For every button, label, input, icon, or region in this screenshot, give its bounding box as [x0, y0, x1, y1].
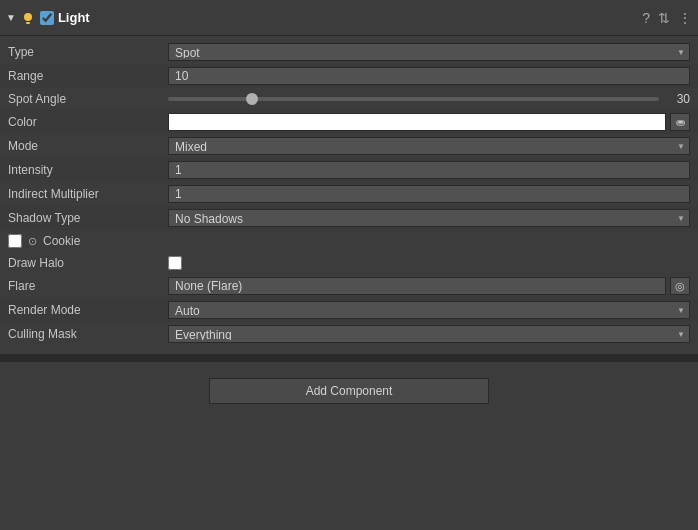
mode-value: Realtime Mixed Baked [168, 137, 690, 155]
culling-mask-dropdown-wrapper: Everything Nothing [168, 325, 690, 343]
color-swatch[interactable] [168, 113, 666, 131]
draw-halo-label: Draw Halo [8, 256, 168, 270]
separator [0, 354, 698, 362]
mode-label: Mode [8, 139, 168, 153]
culling-mask-value: Everything Nothing [168, 325, 690, 343]
indirect-multiplier-row: Indirect Multiplier [0, 182, 698, 206]
spot-angle-row: Spot Angle 30 [0, 88, 698, 110]
render-mode-dropdown[interactable]: Auto Important Not Important [168, 301, 690, 319]
flare-input[interactable] [168, 277, 666, 295]
mode-dropdown[interactable]: Realtime Mixed Baked [168, 137, 690, 155]
svg-rect-1 [26, 22, 30, 24]
flare-row: Flare ◎ [0, 274, 698, 298]
collapse-arrow[interactable]: ▼ [6, 12, 16, 23]
spot-angle-slider[interactable] [168, 97, 659, 101]
color-field: ⛂ [168, 113, 690, 131]
spot-angle-label: Spot Angle [8, 92, 168, 106]
range-label: Range [8, 69, 168, 83]
draw-halo-checkbox[interactable] [168, 256, 182, 270]
culling-mask-dropdown[interactable]: Everything Nothing [168, 325, 690, 343]
bulb-icon [20, 10, 36, 26]
cookie-circle-icon: ⊙ [28, 235, 37, 248]
render-mode-value: Auto Important Not Important [168, 301, 690, 319]
shadow-type-value: No Shadows Hard Shadows Soft Shadows [168, 209, 690, 227]
intensity-value [168, 161, 690, 179]
help-icon[interactable]: ? [642, 10, 650, 26]
preset-icon[interactable]: ⇅ [658, 10, 670, 26]
intensity-label: Intensity [8, 163, 168, 177]
indirect-multiplier-label: Indirect Multiplier [8, 187, 168, 201]
shadow-type-dropdown-wrapper: No Shadows Hard Shadows Soft Shadows [168, 209, 690, 227]
cookie-checkbox[interactable] [8, 234, 22, 248]
type-dropdown-wrapper: Spot Directional Point Area [168, 43, 690, 61]
component-header: ▼ Light ? ⇅ ⋮ [0, 0, 698, 36]
menu-icon[interactable]: ⋮ [678, 10, 692, 26]
shadow-type-dropdown[interactable]: No Shadows Hard Shadows Soft Shadows [168, 209, 690, 227]
range-input[interactable] [168, 67, 690, 85]
spot-angle-display: 30 [665, 92, 690, 106]
type-dropdown[interactable]: Spot Directional Point Area [168, 43, 690, 61]
color-row: Color ⛂ [0, 110, 698, 134]
mode-row: Mode Realtime Mixed Baked [0, 134, 698, 158]
culling-mask-label: Culling Mask [8, 327, 168, 341]
indirect-multiplier-value [168, 185, 690, 203]
intensity-input[interactable] [168, 161, 690, 179]
mode-dropdown-wrapper: Realtime Mixed Baked [168, 137, 690, 155]
color-label: Color [8, 115, 168, 129]
properties-panel: Type Spot Directional Point Area Range S… [0, 36, 698, 350]
culling-mask-row: Culling Mask Everything Nothing [0, 322, 698, 346]
render-mode-label: Render Mode [8, 303, 168, 317]
svg-point-0 [24, 13, 32, 21]
type-value: Spot Directional Point Area [168, 43, 690, 61]
header-actions: ? ⇅ ⋮ [642, 10, 692, 26]
cookie-label: Cookie [43, 234, 80, 248]
color-value: ⛂ [168, 113, 690, 131]
eyedropper-button[interactable]: ⛂ [670, 113, 690, 131]
range-row: Range [0, 64, 698, 88]
flare-target-button[interactable]: ◎ [670, 277, 690, 295]
indirect-multiplier-input[interactable] [168, 185, 690, 203]
flare-value: ◎ [168, 277, 690, 295]
intensity-row: Intensity [0, 158, 698, 182]
shadow-type-label: Shadow Type [8, 211, 168, 225]
component-title: Light [58, 10, 638, 25]
render-mode-dropdown-wrapper: Auto Important Not Important [168, 301, 690, 319]
add-component-area: Add Component [0, 366, 698, 416]
spot-angle-slider-container: 30 [168, 92, 690, 106]
draw-halo-row: Draw Halo [0, 252, 698, 274]
type-label: Type [8, 45, 168, 59]
spot-angle-value: 30 [168, 92, 690, 106]
add-component-button[interactable]: Add Component [209, 378, 489, 404]
render-mode-row: Render Mode Auto Important Not Important [0, 298, 698, 322]
shadow-type-row: Shadow Type No Shadows Hard Shadows Soft… [0, 206, 698, 230]
flare-label: Flare [8, 279, 168, 293]
cookie-row: ⊙ Cookie [0, 230, 698, 252]
type-row: Type Spot Directional Point Area [0, 40, 698, 64]
component-enable-checkbox[interactable] [40, 11, 54, 25]
range-value [168, 67, 690, 85]
